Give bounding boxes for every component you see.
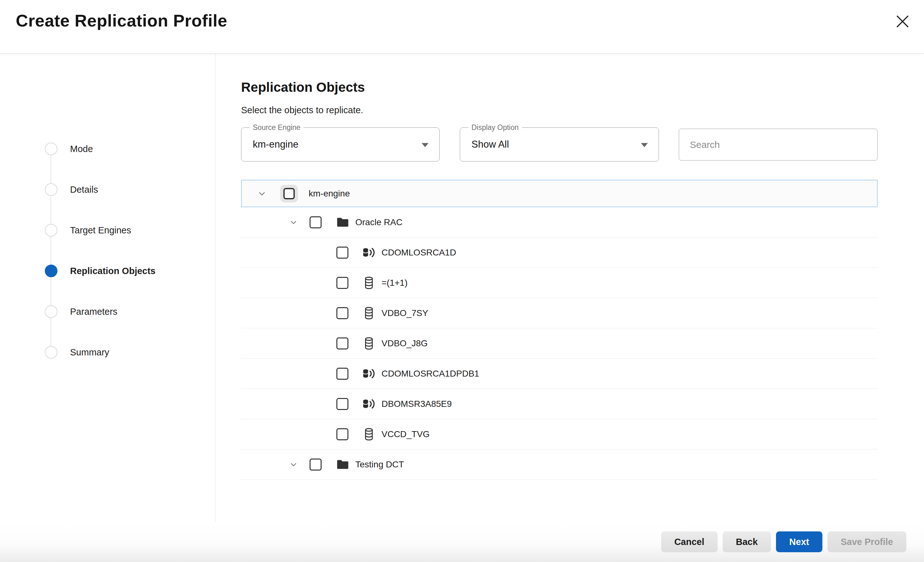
- stepper-step-mode[interactable]: Mode: [45, 142, 93, 155]
- tree-row[interactable]: DBOMSR3A85E9: [241, 389, 878, 419]
- step-circle: [45, 142, 57, 155]
- source-engine-value: km-engine: [253, 139, 298, 150]
- row-checkbox[interactable]: [310, 459, 322, 471]
- stepper-step-details[interactable]: Details: [45, 183, 98, 196]
- tree-node-label: DBOMSR3A85E9: [381, 399, 452, 409]
- tree-node-label: CDOMLOSRCA1DPDB1: [381, 369, 479, 379]
- folder-icon: [336, 457, 350, 471]
- row-checkbox[interactable]: [336, 247, 348, 259]
- tree-node-label: Testing DCT: [356, 459, 404, 469]
- search-input[interactable]: [679, 129, 878, 160]
- tree-row[interactable]: CDOMLOSRCA1DPDB1: [241, 359, 878, 389]
- root-checkbox[interactable]: [284, 188, 295, 199]
- row-checkbox[interactable]: [336, 338, 348, 350]
- dialog-footer: Cancel Back Next Save Profile: [0, 522, 924, 562]
- tree-row[interactable]: Oracle RAC: [241, 207, 878, 238]
- tree-row[interactable]: VCCD_TVG: [241, 419, 878, 449]
- source-engine-label: Source Engine: [250, 123, 304, 132]
- database-broadcast-icon: [362, 367, 376, 381]
- cancel-button[interactable]: Cancel: [661, 531, 718, 552]
- tree-row[interactable]: Testing DCT: [241, 449, 878, 480]
- back-button[interactable]: Back: [723, 531, 771, 552]
- dialog-title: Create Replication Profile: [16, 11, 227, 30]
- save-profile-button[interactable]: Save Profile: [827, 531, 906, 552]
- folder-icon: [336, 215, 350, 229]
- stepper-step-summary[interactable]: Summary: [45, 346, 109, 359]
- step-circle-active: [45, 265, 57, 277]
- page-title: Replication Objects: [241, 80, 924, 95]
- dialog-header: Create Replication Profile: [0, 0, 924, 54]
- row-checkbox[interactable]: [336, 398, 348, 410]
- step-circle: [45, 183, 57, 196]
- tree-node-label: VDBO_J8G: [381, 338, 428, 348]
- stepper-step-replication-objects[interactable]: Replication Objects: [45, 265, 156, 277]
- close-button[interactable]: [894, 13, 911, 30]
- row-checkbox[interactable]: [336, 368, 348, 380]
- row-checkbox[interactable]: [336, 307, 348, 319]
- tree-node-label: =(1+1): [381, 278, 408, 288]
- chevron-down-icon[interactable]: [287, 216, 300, 229]
- close-icon: [895, 14, 910, 29]
- step-circle: [45, 305, 57, 318]
- step-label: Summary: [70, 347, 109, 358]
- step-label: Replication Objects: [70, 266, 156, 276]
- tree-rows: Oracle RACCDOMLOSRCA1D=(1+1)VDBO_7SYVDBO…: [241, 207, 878, 480]
- stepper-step-target-engines[interactable]: Target Engines: [45, 224, 131, 236]
- row-checkbox[interactable]: [336, 428, 348, 440]
- stepper-connector-line: [51, 149, 51, 352]
- tree-root-row[interactable]: km-engine: [241, 180, 878, 207]
- checkbox-halo[interactable]: [280, 185, 298, 202]
- step-label: Target Engines: [70, 225, 131, 236]
- tree-row[interactable]: VDBO_J8G: [241, 328, 878, 359]
- step-circle: [45, 346, 57, 359]
- step-circle: [45, 224, 57, 236]
- chevron-down-icon[interactable]: [256, 187, 268, 200]
- tree-row[interactable]: =(1+1): [241, 268, 878, 298]
- display-option-label: Display Option: [468, 123, 522, 132]
- display-option-select[interactable]: Display Option Show All: [460, 127, 659, 161]
- page-subtitle: Select the objects to replicate.: [241, 105, 924, 115]
- display-option-value: Show All: [471, 139, 509, 150]
- replication-objects-tree: km-engine Oracle RACCDOMLOSRCA1D=(1+1)VD…: [241, 180, 878, 480]
- chevron-down-icon[interactable]: [287, 458, 300, 471]
- row-checkbox[interactable]: [310, 216, 322, 228]
- wizard-stepper: Mode Details Target Engines Replication …: [0, 54, 216, 522]
- database-icon: [362, 336, 376, 350]
- tree-row[interactable]: VDBO_7SY: [241, 298, 878, 328]
- tree-node-label: km-engine: [309, 188, 350, 199]
- tree-node-label: CDOMLOSRCA1D: [381, 248, 456, 258]
- database-broadcast-icon: [362, 246, 376, 260]
- tree-node-label: VCCD_TVG: [381, 429, 429, 439]
- tree-row[interactable]: CDOMLOSRCA1D: [241, 238, 878, 268]
- step-label: Parameters: [70, 306, 117, 317]
- database-icon: [362, 306, 376, 320]
- next-button[interactable]: Next: [776, 531, 822, 552]
- chevron-down-icon: [422, 143, 429, 147]
- database-icon: [362, 276, 376, 290]
- row-checkbox[interactable]: [336, 277, 348, 289]
- chevron-down-icon: [641, 143, 648, 147]
- stepper-step-parameters[interactable]: Parameters: [45, 305, 117, 318]
- step-label: Mode: [70, 144, 93, 154]
- tree-node-label: VDBO_7SY: [381, 308, 428, 318]
- database-icon: [362, 427, 376, 441]
- step-label: Details: [70, 184, 98, 195]
- database-broadcast-icon: [362, 397, 376, 411]
- tree-node-label: Oracle RAC: [356, 217, 402, 227]
- source-engine-select[interactable]: Source Engine km-engine: [241, 127, 440, 161]
